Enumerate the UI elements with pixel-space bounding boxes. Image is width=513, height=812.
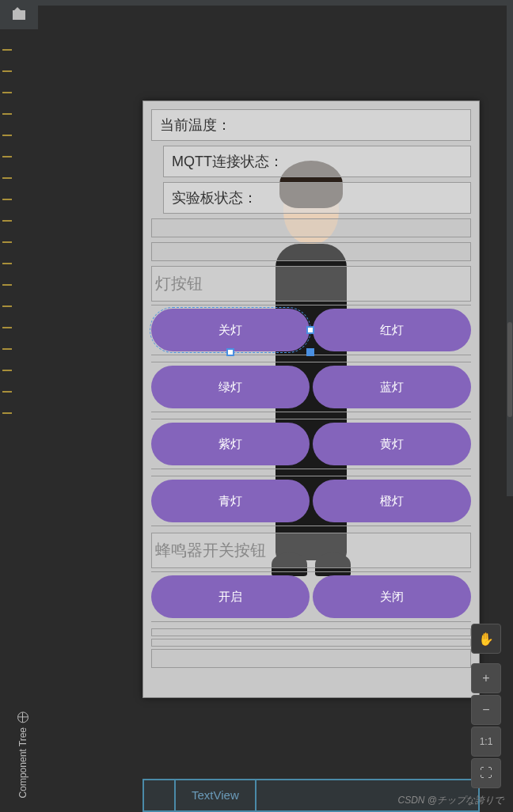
buzzer-open-button[interactable]: 开启 bbox=[151, 575, 310, 618]
globe-icon bbox=[17, 711, 28, 723]
zoom-out-button[interactable]: − bbox=[471, 695, 501, 725]
light-off-button[interactable]: 关灯 bbox=[151, 309, 310, 351]
light-green-button[interactable]: 绿灯 bbox=[151, 366, 310, 408]
lights-section-label[interactable]: 灯按钮 bbox=[151, 266, 471, 302]
light-red-button[interactable]: 红灯 bbox=[313, 309, 471, 351]
temperature-label[interactable]: 当前温度： bbox=[151, 109, 471, 141]
button-row: 开启 关闭 bbox=[151, 571, 471, 622]
left-ruler bbox=[0, 29, 14, 812]
spacer[interactable] bbox=[151, 628, 471, 636]
panel-cell[interactable] bbox=[144, 780, 176, 810]
light-blue-button[interactable]: 蓝灯 bbox=[313, 366, 471, 408]
device-frame[interactable]: 当前温度： MQTT连接状态： 实验板状态： 灯按钮 关灯 红灯 绿灯 蓝灯 bbox=[142, 101, 480, 698]
spacer[interactable] bbox=[151, 242, 471, 261]
design-canvas[interactable]: 当前温度： MQTT连接状态： 实验板状态： 灯按钮 关灯 红灯 绿灯 蓝灯 bbox=[38, 6, 507, 812]
light-cyan-button[interactable]: 青灯 bbox=[151, 480, 310, 522]
watermark: CSDN @チップな誇りで bbox=[397, 794, 504, 807]
vertical-scrollbar[interactable] bbox=[507, 6, 513, 496]
zoom-in-button[interactable]: + bbox=[471, 663, 501, 693]
layout-overlay: 当前温度： MQTT连接状态： 实验板状态： 灯按钮 关灯 红灯 绿灯 蓝灯 bbox=[151, 109, 471, 673]
selection-handle[interactable] bbox=[306, 326, 314, 334]
left-toolbar bbox=[0, 0, 38, 29]
light-yellow-button[interactable]: 黄灯 bbox=[313, 423, 471, 465]
hand-icon: ✋ bbox=[478, 632, 494, 647]
selection-handle[interactable] bbox=[226, 348, 234, 356]
layers-icon[interactable] bbox=[13, 10, 25, 20]
plus-icon: + bbox=[482, 671, 489, 685]
button-row: 紫灯 黄灯 bbox=[151, 419, 471, 469]
spacer[interactable] bbox=[151, 649, 471, 668]
zoom-fit-button[interactable]: ⛶ bbox=[471, 758, 501, 788]
mqtt-status-label[interactable]: MQTT连接状态： bbox=[163, 146, 471, 177]
button-row: 关灯 红灯 bbox=[151, 305, 471, 355]
button-row: 绿灯 蓝灯 bbox=[151, 362, 471, 412]
light-purple-button[interactable]: 紫灯 bbox=[151, 423, 310, 465]
board-status-label[interactable]: 实验板状态： bbox=[163, 182, 471, 214]
buzzer-close-button[interactable]: 关闭 bbox=[313, 575, 471, 618]
light-orange-button[interactable]: 橙灯 bbox=[313, 480, 471, 522]
component-tree-label: Component Tree bbox=[17, 727, 28, 798]
top-bar bbox=[38, 0, 513, 6]
buzzer-section-label[interactable]: 蜂鸣器开关按钮 bbox=[151, 533, 471, 568]
minus-icon: − bbox=[482, 703, 489, 717]
button-row: 青灯 橙灯 bbox=[151, 476, 471, 526]
component-tree-tab[interactable]: Component Tree bbox=[14, 705, 32, 804]
spacer[interactable] bbox=[151, 218, 471, 237]
pan-button[interactable]: ✋ bbox=[471, 624, 501, 654]
textview-label[interactable]: TextView bbox=[176, 780, 256, 810]
scrollbar-thumb[interactable] bbox=[507, 322, 512, 417]
button-label: 关灯 bbox=[218, 323, 242, 338]
fit-icon: ⛶ bbox=[480, 766, 492, 780]
zoom-controls: ✋ + − 1:1 ⛶ bbox=[471, 624, 501, 788]
zoom-ratio-button[interactable]: 1:1 bbox=[471, 727, 501, 757]
spacer[interactable] bbox=[151, 639, 471, 647]
selection-handle[interactable] bbox=[306, 348, 314, 356]
